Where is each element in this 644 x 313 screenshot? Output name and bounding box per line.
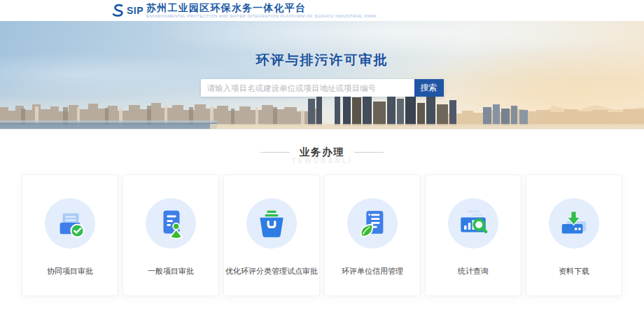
document-leaf-icon <box>356 207 388 239</box>
sip-logo-icon <box>111 3 126 18</box>
title-line-right <box>354 152 384 153</box>
title-line-left <box>260 152 290 153</box>
search-button[interactable]: 搜索 <box>414 79 444 97</box>
platform-subtitle: ENVIRONMENTAL PROTECTION AND WATER INTEG… <box>146 14 377 18</box>
document-user-icon <box>155 207 187 239</box>
card-label: 一般项目审批 <box>148 266 194 277</box>
download-tray-icon <box>558 207 590 239</box>
search-input[interactable] <box>201 79 414 97</box>
platform-title: 苏州工业园区环保水务一体化平台 <box>146 3 377 13</box>
card-label: 资料下载 <box>559 266 589 277</box>
card-label: 环评单位信用管理 <box>342 266 403 277</box>
icon-circle <box>347 198 398 249</box>
card-label: 统计查询 <box>458 266 489 277</box>
hero-title: 环评与排污许可审批 <box>0 51 644 69</box>
search-bar: 搜索 <box>201 79 444 97</box>
services-watermark: YEWUBANLI <box>0 157 644 165</box>
card-label: 协同项目审批 <box>47 266 93 277</box>
icon-circle <box>448 198 498 249</box>
top-header: SIP 苏州工业园区环保水务一体化平台 ENVIRONMENTAL PROTEC… <box>0 0 644 21</box>
basket-icon <box>255 207 288 239</box>
icon-circle <box>45 198 95 249</box>
icon-circle <box>146 198 196 249</box>
card-optimized-eia-pilot-approval[interactable]: 优化环评分类管理试点审批 <box>223 174 320 296</box>
services-section-header: 业务办理 YEWUBANLI <box>0 146 644 165</box>
archive-check-icon <box>54 207 86 239</box>
service-cards-row: 协同项目审批 一般项目审批 优化环评分类管理试点审批 <box>22 174 622 296</box>
icon-circle <box>549 198 599 249</box>
card-general-project-approval[interactable]: 一般项目审批 <box>122 174 219 296</box>
logo-sip-text: SIP <box>127 5 144 16</box>
icon-circle <box>246 198 297 249</box>
card-eia-unit-credit-management[interactable]: 环评单位信用管理 <box>324 174 421 296</box>
chart-magnifier-icon <box>457 207 489 239</box>
card-statistics-query[interactable]: 统计查询 <box>425 174 522 296</box>
card-collaborative-project-approval[interactable]: 协同项目审批 <box>22 174 118 296</box>
hero-banner: 环评与排污许可审批 搜索 <box>0 21 644 130</box>
card-label: 优化环评分类管理试点审批 <box>225 266 318 277</box>
card-data-download[interactable]: 资料下载 <box>526 174 622 296</box>
